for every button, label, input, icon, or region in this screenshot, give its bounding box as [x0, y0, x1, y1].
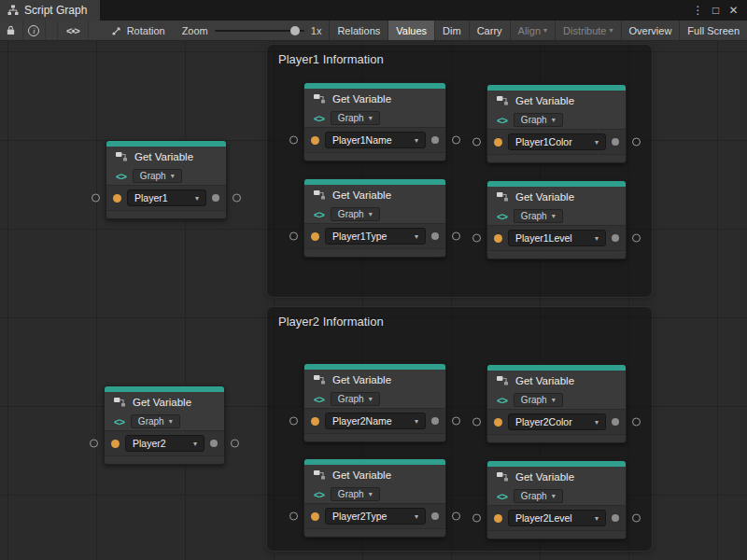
input-port[interactable] — [472, 234, 481, 243]
node-get-variable-player2name[interactable]: Get Variable <> Graph ▾ Player2Name ▾ — [303, 363, 446, 442]
variable-dropdown[interactable]: Player1Name ▾ — [325, 132, 426, 148]
variable-dropdown[interactable]: Player1Color ▾ — [508, 133, 606, 150]
name-port[interactable] — [311, 512, 319, 521]
code-toggle-button[interactable]: <•> — [57, 21, 88, 40]
value-output-port[interactable] — [452, 512, 460, 521]
input-port[interactable] — [472, 514, 481, 523]
kind-dropdown[interactable]: Graph ▾ — [131, 414, 180, 428]
node-get-variable-player1name[interactable]: Get Variable <> Graph ▾ Player1Name ▾ — [303, 82, 446, 161]
kind-dropdown[interactable]: Graph ▾ — [514, 489, 563, 503]
variable-dropdown-label: Player2Name — [332, 415, 392, 427]
fallback-port[interactable] — [431, 136, 439, 144]
zoom-slider[interactable] — [215, 30, 304, 32]
value-output-port[interactable] — [632, 418, 641, 427]
close-button[interactable]: ✕ — [726, 1, 741, 20]
variable-dropdown[interactable]: Player2Level ▾ — [508, 510, 606, 526]
graph-scope-icon: <> — [114, 416, 124, 427]
value-output-port[interactable] — [632, 138, 641, 147]
input-port[interactable] — [92, 194, 100, 203]
name-port[interactable] — [494, 514, 502, 523]
node-get-variable-player1[interactable]: Get Variable <> Graph ▾ Player1 ▾ — [106, 140, 227, 219]
value-output-port[interactable] — [632, 234, 641, 243]
value-output-port[interactable] — [231, 440, 239, 448]
node-get-variable-player1type[interactable]: Get Variable <> Graph ▾ Player1Type ▾ — [303, 178, 446, 258]
toolbar-button-carry[interactable]: Carry — [469, 21, 510, 40]
lock-button[interactable] — [0, 21, 23, 40]
kind-dropdown[interactable]: Graph ▾ — [133, 169, 182, 183]
graph-canvas[interactable]: Player1 InformationPlayer2 Information G… — [0, 41, 747, 560]
name-port[interactable] — [494, 138, 502, 147]
toolbar-button-overview[interactable]: Overview — [621, 21, 680, 40]
node-get-variable-player2level[interactable]: Get Variable <> Graph ▾ Player2Level ▾ — [486, 460, 627, 539]
node-get-variable-player2color[interactable]: Get Variable <> Graph ▾ Player2Color ▾ — [486, 364, 627, 443]
node-header: Get Variable — [304, 185, 445, 205]
node-get-variable-player2type[interactable]: Get Variable <> Graph ▾ Player2Type ▾ — [303, 458, 446, 538]
kind-dropdown[interactable]: Graph ▾ — [331, 487, 380, 501]
variable-dropdown[interactable]: Player2 ▾ — [125, 435, 204, 452]
node-ports-row: Player2Name ▾ — [304, 408, 445, 433]
value-output-port[interactable] — [452, 136, 460, 145]
fallback-port[interactable] — [612, 234, 619, 242]
rotation-control[interactable]: Rotation — [102, 21, 175, 40]
variable-dropdown[interactable]: Player2Name ▾ — [325, 413, 426, 429]
input-port[interactable] — [472, 138, 481, 147]
caret-down-icon: ▾ — [610, 26, 613, 35]
fallback-port[interactable] — [612, 138, 619, 146]
input-port[interactable] — [289, 512, 298, 521]
toolbar-button-full-screen[interactable]: Full Screen — [679, 21, 747, 40]
name-port[interactable] — [311, 136, 319, 145]
kind-dropdown[interactable]: Graph ▾ — [514, 113, 563, 127]
kind-dropdown[interactable]: Graph ▾ — [331, 111, 380, 125]
name-port[interactable] — [494, 234, 502, 243]
button-label: Carry — [477, 25, 502, 36]
node-get-variable-player1color[interactable]: Get Variable <> Graph ▾ Player1Color ▾ — [486, 84, 627, 163]
node-ports-row: Player2Type ▾ — [304, 503, 445, 528]
graph-scope-icon: <> — [497, 491, 507, 502]
variable-dropdown[interactable]: Player1Type ▾ — [325, 228, 426, 245]
variable-dropdown[interactable]: Player1 ▾ — [127, 189, 206, 206]
info-button[interactable]: i — [23, 21, 47, 40]
fallback-port[interactable] — [612, 418, 619, 426]
input-port[interactable] — [289, 232, 298, 241]
value-output-port[interactable] — [632, 514, 641, 523]
variable-dropdown[interactable]: Player1Level ▾ — [508, 230, 606, 246]
name-port[interactable] — [311, 417, 319, 426]
node-get-variable-player1level[interactable]: Get Variable <> Graph ▾ Player1Level ▾ — [486, 180, 627, 259]
value-output-port[interactable] — [233, 194, 241, 203]
name-port[interactable] — [111, 440, 120, 448]
maximize-button[interactable]: □ — [708, 1, 724, 20]
kind-dropdown[interactable]: Graph ▾ — [331, 207, 380, 221]
kind-dropdown[interactable]: Graph ▾ — [514, 393, 563, 407]
input-port[interactable] — [90, 440, 98, 448]
zoom-slider-knob[interactable] — [290, 26, 300, 35]
fallback-port[interactable] — [210, 440, 218, 447]
toolbar-button-relations[interactable]: Relations — [329, 21, 388, 40]
fallback-port[interactable] — [612, 514, 619, 522]
menu-button[interactable]: ⋮ — [690, 1, 706, 20]
name-port[interactable] — [113, 194, 121, 203]
input-port[interactable] — [472, 418, 481, 427]
kind-dropdown[interactable]: Graph ▾ — [514, 209, 563, 223]
fallback-port[interactable] — [431, 417, 439, 425]
variable-dropdown[interactable]: Player2Color ▾ — [508, 413, 606, 430]
fallback-port[interactable] — [212, 194, 219, 202]
name-port[interactable] — [494, 418, 502, 427]
caret-down-icon: ▾ — [595, 138, 599, 147]
variable-dropdown[interactable]: Player2Type ▾ — [325, 508, 426, 525]
node-header: Get Variable — [304, 370, 445, 390]
toolbar-button-values[interactable]: Values — [388, 21, 434, 40]
fallback-port[interactable] — [431, 512, 439, 520]
node-get-variable-player2[interactable]: Get Variable <> Graph ▾ Player2 ▾ — [104, 385, 225, 465]
name-port[interactable] — [311, 232, 319, 241]
input-port[interactable] — [289, 136, 298, 145]
toolbar-buttons: RelationsValuesDimCarryAlign▾Distribute▾… — [329, 21, 747, 40]
tab-script-graph[interactable]: Script Graph — [0, 0, 100, 21]
input-port[interactable] — [289, 417, 298, 426]
value-output-port[interactable] — [452, 417, 460, 426]
toolbar-button-distribute: Distribute▾ — [555, 21, 620, 40]
value-output-port[interactable] — [452, 232, 460, 241]
fallback-port[interactable] — [431, 232, 439, 240]
node-title: Get Variable — [515, 471, 574, 483]
kind-dropdown[interactable]: Graph ▾ — [331, 392, 380, 406]
toolbar-button-dim[interactable]: Dim — [434, 21, 469, 40]
